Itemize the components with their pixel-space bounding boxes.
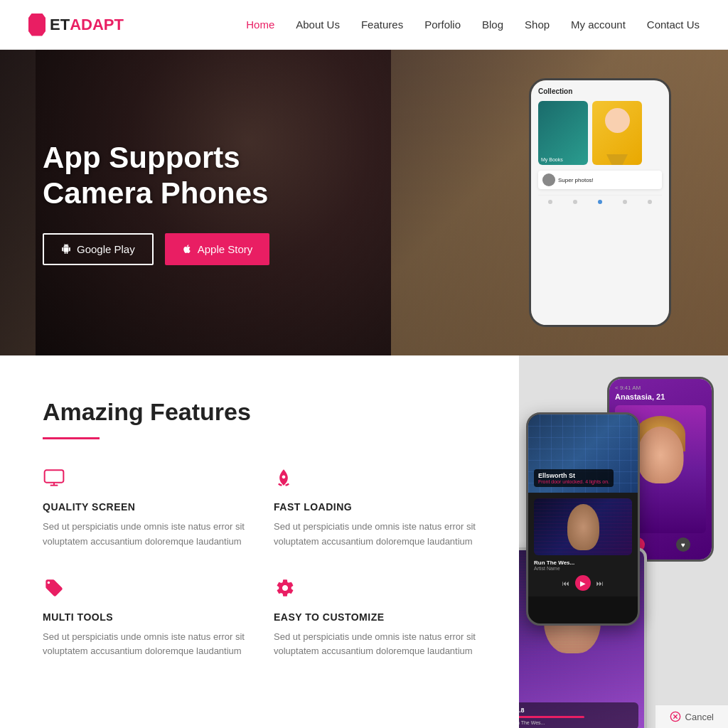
feature-customize: EASY TO CUSTOMIZE Sed ut perspiciatis un…	[274, 578, 476, 660]
phone-nav-profile	[623, 200, 627, 204]
ice-cream-shape	[603, 108, 631, 151]
logo-et: ET	[50, 16, 70, 34]
feature-tools-name: MULTI TOOLS	[43, 611, 245, 623]
monitor-icon	[43, 468, 245, 493]
nav-link-about[interactable]: About Us	[296, 18, 340, 31]
phone-nav-list	[573, 200, 577, 204]
phone-card-yellow	[592, 101, 642, 165]
logo-adapt: ADAPT	[70, 16, 124, 34]
ice-cream-cone	[606, 154, 628, 165]
apple-story-label: Apple Story	[198, 243, 253, 255]
features-title: Amazing Features	[43, 398, 476, 426]
map-sublabel: Front door unlocked. 4 lights on.	[538, 479, 609, 484]
feature-multi-tools: MULTI TOOLS Sed ut perspiciatis unde omn…	[43, 578, 245, 660]
map-phone-mockup: Ellsworth St Front door unlocked. 4 ligh…	[526, 412, 640, 626]
nav-link-features[interactable]: Features	[361, 18, 403, 31]
music-title: Run The Wes...	[534, 560, 632, 566]
phone-nav-bar	[538, 195, 662, 204]
phone-nav-camera	[598, 200, 602, 204]
phone-cards: My Books	[538, 101, 662, 165]
feature-quality-name: QUALITY SCREEN	[43, 501, 245, 513]
feature-fast-desc: Sed ut perspiciatis unde omnis iste natu…	[274, 520, 476, 550]
tag-icon	[43, 578, 245, 603]
feature-tools-desc: Sed ut perspiciatis unde omnis iste natu…	[43, 630, 245, 660]
features-grid: QUALITY SCREEN Sed ut perspiciatis unde …	[43, 468, 476, 659]
svg-rect-0	[45, 470, 64, 482]
cancel-icon	[670, 711, 681, 722]
cancel-bar: Cancel	[655, 705, 728, 728]
nav-link-shop[interactable]: Shop	[525, 18, 550, 31]
phone-super-photos: Super photos!	[538, 171, 662, 189]
phone-collection-title: Collection	[538, 87, 662, 95]
phone-super-text: Super photos!	[558, 177, 594, 183]
hero-title: App Supports Camera Phones	[43, 140, 269, 212]
phone-card-teal: My Books	[538, 101, 588, 165]
nav-links: Home About Us Features Porfolio Blog Sho…	[246, 18, 700, 31]
rocket-icon	[274, 468, 476, 493]
phone-nav-settings	[648, 200, 652, 204]
section-divider	[43, 437, 100, 439]
nav-link-contact[interactable]: Contact Us	[647, 18, 700, 31]
features-section: Amazing Features QUALITY SCREEN Sed ut p…	[0, 355, 728, 728]
settings-icon	[274, 578, 476, 603]
hero-buttons: Google Play Apple Story	[43, 233, 269, 265]
profile-name: Anastasia, 21	[615, 392, 706, 401]
hero-content: App Supports Camera Phones Google Play A…	[43, 140, 269, 265]
feature-quality-screen: QUALITY SCREEN Sed ut perspiciatis unde …	[43, 468, 245, 550]
nav-link-blog[interactable]: Blog	[482, 18, 503, 31]
feature-quality-desc: Sed ut perspiciatis unde omnis iste natu…	[43, 520, 245, 550]
svg-point-3	[288, 582, 293, 587]
google-play-button[interactable]: Google Play	[43, 233, 154, 265]
nav-link-portfolio[interactable]: Porfolio	[424, 18, 461, 31]
features-left: Amazing Features QUALITY SCREEN Sed ut p…	[0, 355, 519, 728]
music-artist: Artist Name	[534, 566, 632, 571]
nav-link-account[interactable]: My account	[571, 18, 626, 31]
feature-customize-desc: Sed ut perspiciatis unde omnis iste natu…	[274, 630, 476, 660]
apple-icon	[182, 244, 192, 254]
logo-icon	[28, 14, 46, 36]
phone-screen: Collection My Books Super photos!	[531, 80, 669, 325]
feature-customize-name: EASY TO CUSTOMIZE	[274, 611, 476, 623]
feature-fast-name: FAST LOADING	[274, 501, 476, 513]
feature-fast-loading: FAST LOADING Sed ut perspiciatis unde om…	[274, 468, 476, 550]
features-right-panel: < 9:41 AM Anastasia, 21 ✕ ♥ Ellsworth St	[519, 355, 728, 728]
hero-phone-mockup: Collection My Books Super photos!	[529, 78, 671, 327]
phone-nav-home	[548, 200, 552, 204]
map-location: Ellsworth St	[538, 472, 609, 479]
android-icon	[61, 244, 71, 254]
phone-frame: Collection My Books Super photos!	[529, 78, 671, 327]
phone-avatar	[542, 173, 555, 186]
logo[interactable]: ET ADAPT	[28, 14, 124, 36]
ice-cream-scoop	[605, 108, 630, 133]
cancel-label[interactable]: Cancel	[685, 712, 714, 722]
navbar: ET ADAPT Home About Us Features Porfolio…	[0, 0, 728, 50]
nav-link-home[interactable]: Home	[246, 18, 274, 31]
apple-story-button[interactable]: Apple Story	[165, 233, 270, 265]
hero-section: App Supports Camera Phones Google Play A…	[0, 50, 728, 355]
google-play-label: Google Play	[77, 243, 135, 255]
